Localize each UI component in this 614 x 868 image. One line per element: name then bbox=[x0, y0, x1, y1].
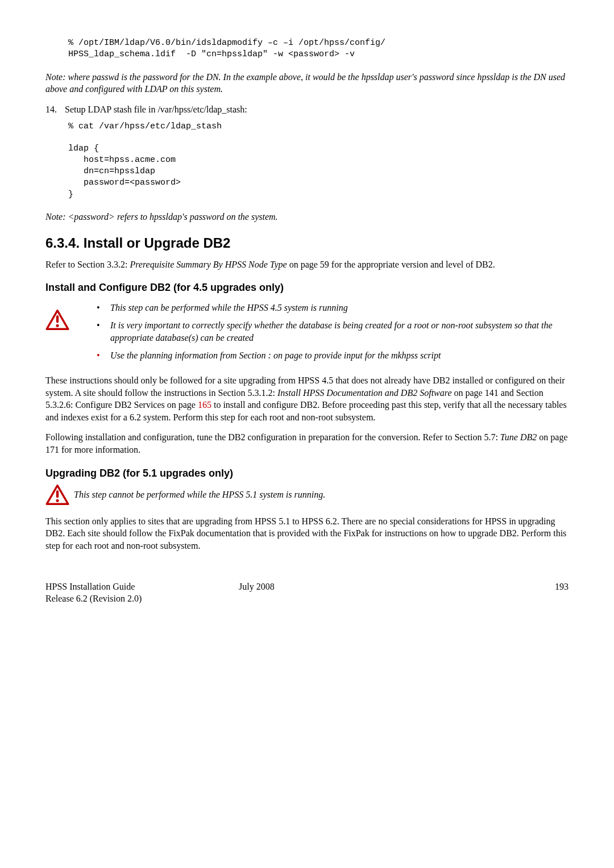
paragraph-install-instructions: These instructions should only be follow… bbox=[45, 374, 569, 423]
heading-install-configure-db2: Install and Configure DB2 (for 4.5 upgra… bbox=[45, 281, 569, 294]
code-block-idsldapmodify: % /opt/IBM/ldap/V6.0/bin/idsldapmodify –… bbox=[68, 37, 569, 61]
footer-page-number: 193 bbox=[534, 581, 569, 605]
warning-block-install: • This step can be performed while the H… bbox=[45, 299, 569, 368]
bullet-item-3: • Use the planning information from Sect… bbox=[97, 349, 569, 362]
text-fragment-italic: Install HPSS Documentation and DB2 Softw… bbox=[277, 388, 452, 398]
bullet-item-1: • This step can be performed while the H… bbox=[97, 302, 569, 314]
text-fragment-italic: Tune DB2 bbox=[500, 432, 537, 442]
heading-upgrading-db2: Upgrading DB2 (for 5.1 upgrades only) bbox=[45, 466, 569, 480]
text-fragment: on page 59 for the appropriate version a… bbox=[287, 260, 495, 269]
svg-rect-1 bbox=[56, 315, 59, 323]
svg-point-5 bbox=[56, 499, 59, 502]
bullet-dot: • bbox=[97, 319, 110, 344]
code-line: } bbox=[68, 190, 73, 199]
code-line: dn=cn=hpssldap bbox=[68, 166, 155, 176]
code-line: host=hpss.acme.com bbox=[68, 155, 176, 165]
step-text: Setup LDAP stash file in /var/hpss/etc/l… bbox=[65, 103, 247, 116]
bullet-text: Use the planning information from Sectio… bbox=[110, 349, 569, 362]
footer-release: Release 6.2 (Revision 2.0) bbox=[45, 592, 239, 605]
code-block-cat: % cat /var/hpss/etc/ldap_stash bbox=[68, 121, 569, 132]
page-footer: HPSS Installation Guide Release 6.2 (Rev… bbox=[45, 581, 569, 605]
warning-triangle-icon bbox=[45, 310, 69, 330]
paragraph-tune-db2: Following installation and configuration… bbox=[45, 431, 569, 456]
text-fragment: Refer to Section 3.3.2: bbox=[45, 260, 130, 269]
paragraph-upgrade-body: This section only applies to sites that … bbox=[45, 515, 569, 552]
code-line: HPSS_ldap_schema.ldif -D "cn=hpssldap" -… bbox=[68, 49, 355, 59]
bullet-text: This step can be performed while the HPS… bbox=[110, 302, 569, 314]
warning-block-upgrade: This step cannot be performed while the … bbox=[45, 485, 569, 505]
code-line: password=<password> bbox=[68, 178, 181, 187]
bullet-dot: • bbox=[97, 302, 110, 314]
code-line: ldap { bbox=[68, 144, 99, 153]
code-block-ldap-stash: ldap { host=hpss.acme.com dn=cn=hpssldap… bbox=[68, 143, 569, 201]
text-fragment: Following installation and configuration… bbox=[45, 432, 500, 442]
bullet-text: It is very important to correctly specif… bbox=[110, 319, 569, 344]
code-line: % cat /var/hpss/etc/ldap_stash bbox=[68, 122, 222, 131]
footer-title: HPSS Installation Guide bbox=[45, 581, 239, 593]
bullet-item-2: • It is very important to correctly spec… bbox=[97, 319, 569, 344]
note-paragraph-1: Note: where passwd is the password for t… bbox=[45, 71, 569, 95]
svg-point-2 bbox=[56, 324, 59, 327]
bullet-dot-red: • bbox=[97, 349, 110, 362]
warning-triangle-icon bbox=[45, 485, 69, 505]
step-14: 14. Setup LDAP stash file in /var/hpss/e… bbox=[45, 103, 569, 116]
text-fragment-italic: Prerequisite Summary By HPSS Node Type bbox=[130, 260, 287, 269]
code-line: % /opt/IBM/ldap/V6.0/bin/idsldapmodify –… bbox=[68, 38, 385, 48]
heading-6-3-4: 6.3.4. Install or Upgrade DB2 bbox=[45, 234, 569, 252]
page-link-165[interactable]: 165 bbox=[198, 400, 211, 410]
step-number: 14. bbox=[45, 103, 65, 116]
warning-text: This step cannot be performed while the … bbox=[74, 489, 569, 501]
paragraph-prerequisite: Refer to Section 3.3.2: Prerequisite Sum… bbox=[45, 258, 569, 271]
note-paragraph-2: Note: <password> refers to hpssldap's pa… bbox=[45, 211, 569, 223]
footer-date: July 2008 bbox=[239, 581, 534, 605]
svg-rect-4 bbox=[56, 490, 59, 498]
